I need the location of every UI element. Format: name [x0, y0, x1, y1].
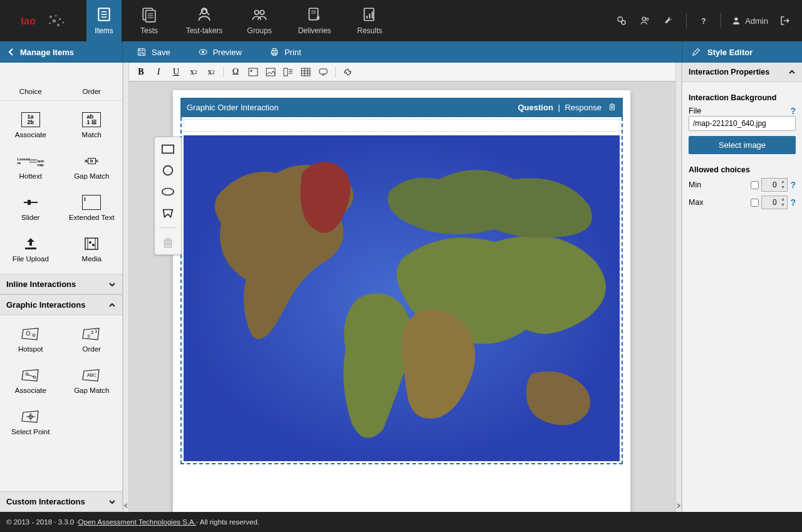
svg-point-1 [49, 15, 52, 18]
manage-items-link[interactable]: Manage Items [0, 41, 123, 63]
svg-point-30 [646, 18, 648, 21]
svg-point-32 [734, 18, 737, 21]
logout-icon[interactable] [774, 10, 796, 31]
print-button[interactable]: Print [256, 41, 315, 63]
svg-point-6 [57, 24, 60, 26]
svg-point-7 [63, 21, 65, 23]
svg-rect-35 [271, 51, 277, 54]
settings-icon[interactable] [611, 10, 632, 31]
preview-button[interactable]: Preview [184, 41, 256, 63]
svg-text:tao: tao [21, 15, 36, 26]
svg-point-2 [55, 15, 57, 17]
logo: tao [0, 0, 86, 41]
style-editor-header[interactable]: Style Editor [682, 41, 802, 63]
svg-rect-24 [367, 16, 368, 18]
admin-label: Admin [745, 16, 768, 26]
svg-point-3 [53, 19, 56, 22]
svg-point-5 [49, 23, 51, 24]
tools-icon[interactable] [659, 10, 680, 31]
nav-tab-label: Results [357, 26, 382, 35]
svg-rect-25 [369, 14, 370, 19]
nav-tab-items[interactable]: Items [86, 0, 122, 41]
svg-rect-36 [273, 49, 276, 51]
nav-tab-tests[interactable]: Tests [122, 0, 177, 41]
svg-point-4 [59, 18, 61, 20]
save-label: Save [152, 48, 170, 57]
nav-tabs: Items Tests Test-takers Groups Deliverie… [86, 0, 397, 41]
print-label: Print [284, 48, 301, 57]
save-button[interactable]: Save [123, 41, 184, 63]
svg-rect-26 [372, 12, 373, 19]
top-nav: tao Items Tests Test-takers Groups Deliv… [0, 0, 802, 41]
svg-text:?: ? [701, 17, 706, 26]
admin-user[interactable]: Admin [727, 16, 772, 26]
svg-point-19 [260, 11, 264, 15]
style-editor-label: Style Editor [707, 48, 753, 57]
nav-tab-results[interactable]: Results [342, 0, 397, 41]
nav-tab-label: Items [95, 26, 113, 35]
topnav-right: ? Admin [611, 0, 802, 41]
nav-tab-label: Test-takers [186, 26, 223, 35]
preview-label: Preview [213, 48, 242, 57]
nav-tab-groups[interactable]: Groups [232, 0, 287, 41]
users-icon[interactable] [635, 10, 656, 31]
svg-point-18 [254, 11, 259, 15]
svg-point-28 [622, 21, 625, 24]
nav-tab-label: Deliveries [298, 26, 331, 35]
nav-tab-label: Tests [140, 26, 158, 35]
action-bar: Manage Items Save Preview Print Style Ed… [0, 41, 802, 63]
nav-tab-label: Groups [247, 26, 271, 35]
svg-point-34 [202, 51, 204, 53]
nav-tab-deliveries[interactable]: Deliveries [287, 0, 342, 41]
help-icon[interactable]: ? [693, 10, 714, 31]
nav-tab-testtakers[interactable]: Test-takers [177, 0, 232, 41]
svg-point-29 [642, 17, 645, 20]
manage-items-label: Manage Items [20, 48, 74, 57]
